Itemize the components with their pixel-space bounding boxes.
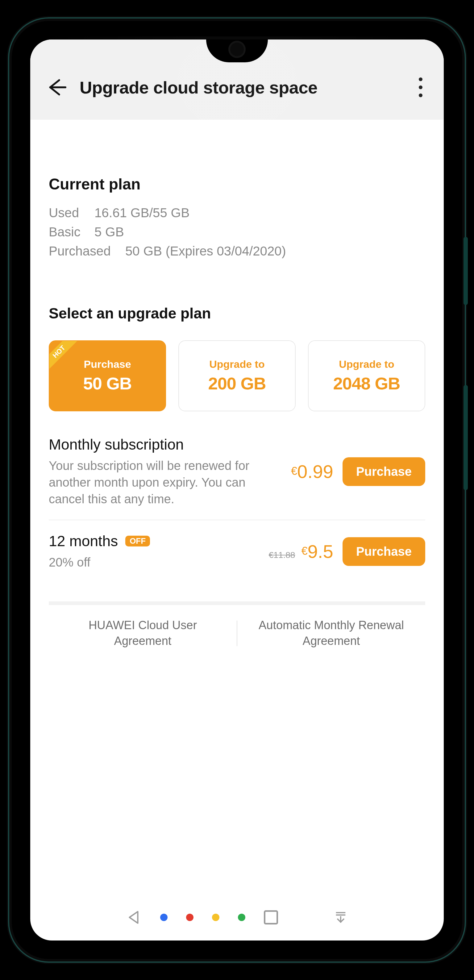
purchased-value: 50 GB (Expires 03/04/2020)	[125, 244, 286, 259]
yearly-old-price: €11.88	[269, 550, 295, 560]
plan-action: Purchase	[84, 358, 131, 370]
used-row: Used 16.61 GB/55 GB	[49, 205, 425, 220]
basic-value: 5 GB	[94, 224, 124, 239]
yearly-title: 12 months	[49, 533, 118, 550]
monthly-subscription-row: Monthly subscription Your subscription w…	[49, 436, 425, 520]
basic-row: Basic 5 GB	[49, 224, 425, 239]
phone-frame: Upgrade cloud storage space Current plan…	[12, 21, 462, 959]
yearly-discount: 20% off	[49, 554, 259, 571]
plan-option-2048gb[interactable]: Upgrade to 2048 GB	[308, 340, 425, 411]
nav-dot-yellow	[212, 914, 220, 921]
basic-label: Basic	[49, 224, 86, 239]
yearly-price: €9.5	[301, 541, 333, 562]
nav-back-icon[interactable]	[126, 910, 142, 925]
hot-badge: HOT	[49, 340, 79, 372]
screen: Upgrade cloud storage space Current plan…	[30, 40, 444, 940]
page-title: Upgrade cloud storage space	[80, 78, 404, 97]
plan-size: 200 GB	[208, 373, 266, 393]
plan-option-50gb[interactable]: HOT Purchase 50 GB	[49, 340, 166, 411]
nav-hide-icon[interactable]	[334, 910, 348, 924]
nav-dot-green	[238, 914, 245, 921]
monthly-description: Your subscription will be renewed for an…	[49, 457, 265, 507]
purchased-label: Purchased	[49, 244, 117, 259]
back-icon[interactable]	[46, 76, 67, 98]
purchased-row: Purchased 50 GB (Expires 03/04/2020)	[49, 244, 425, 259]
nav-recents-icon[interactable]	[264, 910, 278, 924]
side-button-1	[463, 237, 468, 305]
monthly-purchase-button[interactable]: Purchase	[342, 457, 425, 486]
nav-dot-blue	[160, 914, 167, 921]
plan-size: 2048 GB	[333, 373, 400, 393]
current-plan-heading: Current plan	[49, 175, 425, 193]
monthly-price: €0.99	[291, 461, 333, 482]
side-button-2	[463, 385, 468, 490]
plan-size: 50 GB	[83, 373, 132, 393]
select-plan-heading: Select an upgrade plan	[49, 305, 425, 322]
renewal-agreement-link[interactable]: Automatic Monthly Renewal Agreement	[237, 605, 425, 662]
more-menu-icon[interactable]	[416, 78, 428, 97]
nav-dot-red	[186, 914, 194, 921]
system-nav-bar	[30, 894, 444, 940]
plan-action: Upgrade to	[209, 358, 264, 370]
off-badge: OFF	[125, 536, 150, 546]
plan-action: Upgrade to	[339, 358, 394, 370]
used-value: 16.61 GB/55 GB	[94, 205, 189, 220]
agreements-footer: HUAWEI Cloud User Agreement Automatic Mo…	[49, 601, 425, 662]
user-agreement-link[interactable]: HUAWEI Cloud User Agreement	[49, 605, 237, 662]
yearly-subscription-row: 12 months OFF 20% off €11.88 €9.5 Purcha…	[49, 533, 425, 583]
used-label: Used	[49, 205, 86, 220]
plan-option-200gb[interactable]: Upgrade to 200 GB	[178, 340, 296, 411]
yearly-purchase-button[interactable]: Purchase	[342, 537, 425, 566]
monthly-title: Monthly subscription	[49, 436, 184, 453]
